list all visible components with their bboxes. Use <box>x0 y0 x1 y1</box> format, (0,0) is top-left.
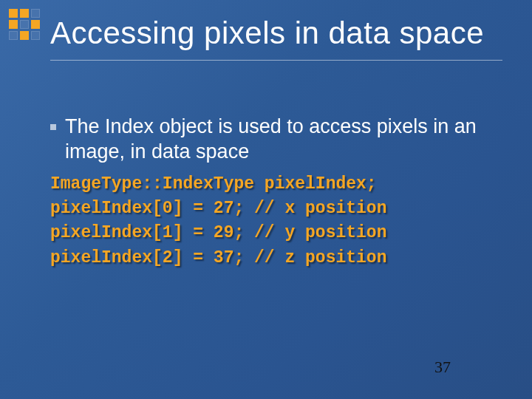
page-number: 37 <box>434 358 451 377</box>
bullet-marker-icon <box>50 124 56 130</box>
deco-square <box>20 9 29 18</box>
slide: Accessing pixels in data space The Index… <box>0 0 532 399</box>
code-block: ImageType::IndexType pixelIndex; pixelIn… <box>50 172 497 270</box>
corner-decoration <box>9 9 40 40</box>
bullet-item: The Index object is used to access pixel… <box>50 115 497 165</box>
deco-square <box>9 20 18 29</box>
bullet-text: The Index object is used to access pixel… <box>65 115 497 165</box>
deco-square <box>31 31 40 40</box>
deco-square <box>20 20 29 29</box>
deco-square <box>9 31 18 40</box>
deco-square <box>31 9 40 18</box>
slide-title: Accessing pixels in data space <box>50 16 502 61</box>
deco-square <box>20 31 29 40</box>
code-line: pixelIndex[1] = 29; // y position <box>50 221 497 245</box>
slide-body: The Index object is used to access pixel… <box>50 115 497 270</box>
code-line: pixelIndex[0] = 27; // x position <box>50 197 497 221</box>
deco-square <box>31 20 40 29</box>
code-line: ImageType::IndexType pixelIndex; <box>50 172 497 197</box>
deco-square <box>9 9 18 18</box>
code-line: pixelIndex[2] = 37; // z position <box>50 246 497 270</box>
